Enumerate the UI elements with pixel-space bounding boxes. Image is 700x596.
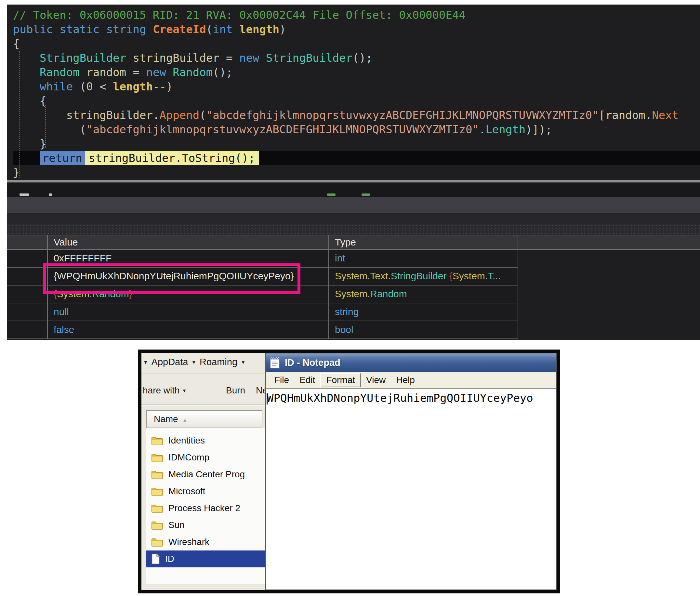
text-segment: bool xyxy=(335,324,353,335)
chevron-down-icon: ▾ xyxy=(242,358,245,366)
clipped-text-fragment xyxy=(361,194,370,196)
locals-name-cell xyxy=(7,250,47,267)
clipped-text-fragment xyxy=(20,194,29,196)
list-item[interactable]: Wireshark xyxy=(146,533,265,550)
code-token: Next xyxy=(652,108,678,122)
menu-item-file[interactable]: File xyxy=(269,374,294,387)
toolbar-button[interactable]: hare with▾ xyxy=(143,385,186,396)
notepad-text-area[interactable]: WPQHmUkXhDNonpYUtejRuhiemPgQOIIUYceyPeyo xyxy=(266,389,556,590)
code-token: ( xyxy=(206,23,212,36)
list-item-label: ID xyxy=(165,554,174,564)
indent-guide xyxy=(45,105,46,148)
explorer-window: ▾AppData▾Roaming▾ hare with▾BurnNe Name▴… xyxy=(142,353,265,590)
code-token: < xyxy=(93,80,113,93)
list-item[interactable]: Process Hacker 2 xyxy=(146,500,265,517)
code-token xyxy=(146,23,152,36)
texture-band xyxy=(7,224,700,235)
code-token: public xyxy=(13,23,53,36)
code-token: )]); xyxy=(525,123,552,136)
toolbar-band xyxy=(7,197,700,213)
code-token: = xyxy=(126,66,146,79)
text-segment: System. xyxy=(335,289,370,299)
locals-row[interactable]: falsebool xyxy=(7,321,518,339)
file-icon xyxy=(151,553,160,565)
panel-divider[interactable] xyxy=(7,180,700,182)
code-line: public static string CreateId(int length… xyxy=(13,22,700,36)
decompiler-panel: // Token: 0x06000015 RID: 21 RVA: 0x0000… xyxy=(7,4,700,340)
list-item[interactable]: IDMComp xyxy=(146,449,265,466)
header-filler xyxy=(518,235,700,249)
code-token: length xyxy=(113,80,153,93)
code-token xyxy=(13,108,66,122)
code-token xyxy=(99,23,106,36)
code-token: int xyxy=(212,23,232,36)
list-item[interactable]: Identities xyxy=(146,432,265,449)
code-token: new xyxy=(239,51,259,65)
column-header-type[interactable]: Type xyxy=(328,235,518,249)
code-token: { xyxy=(13,94,46,107)
code-line: { xyxy=(13,36,700,51)
toolbar-button-label: Burn xyxy=(226,385,245,396)
code-token: ) xyxy=(279,23,286,36)
window-title: ID - Notepad xyxy=(285,357,341,368)
notepad-titlebar[interactable]: ID - Notepad xyxy=(266,353,556,372)
clipped-text-fragment xyxy=(327,194,335,196)
code-token: random xyxy=(80,66,126,79)
list-item[interactable]: Sun xyxy=(146,517,265,533)
code-token: 0 xyxy=(86,80,93,93)
chevron-down-icon: ▾ xyxy=(144,358,147,366)
code-token: { xyxy=(13,37,20,50)
code-token: (); xyxy=(212,66,232,79)
code-token: [ xyxy=(599,108,605,122)
code-token: ( xyxy=(73,80,86,93)
column-header-name[interactable]: Name▴ xyxy=(146,410,262,428)
breadcrumb: ▾AppData▾Roaming▾ xyxy=(144,357,245,367)
toolbar-button[interactable]: Burn xyxy=(226,385,245,396)
code-token xyxy=(53,23,59,36)
code-line: } xyxy=(13,165,700,179)
menu-item-format[interactable]: Format xyxy=(320,373,361,387)
code-token: ( xyxy=(13,123,86,136)
code-editor[interactable]: // Token: 0x06000015 RID: 21 RVA: 0x0000… xyxy=(7,4,700,180)
indent-guide xyxy=(19,51,20,178)
code-token xyxy=(13,151,40,165)
code-token: // Token: 0x06000015 RID: 21 RVA: 0x0000… xyxy=(13,8,466,22)
code-token xyxy=(233,23,239,36)
folder-icon xyxy=(151,521,163,530)
code-token xyxy=(166,66,173,79)
menu-item-edit[interactable]: Edit xyxy=(294,374,320,387)
list-item[interactable]: Microsoft xyxy=(146,483,265,500)
menu-item-view[interactable]: View xyxy=(361,374,391,387)
list-item-label: Sun xyxy=(169,520,185,530)
breadcrumb-item[interactable]: Roaming xyxy=(200,357,238,367)
separator-line xyxy=(142,404,265,406)
text-segment: int xyxy=(335,253,345,264)
code-line: while (0 < length--) xyxy=(13,79,700,94)
code-token: StringBuilder xyxy=(266,51,352,65)
locals-name-cell xyxy=(7,303,47,321)
locals-name-cell xyxy=(7,285,47,303)
text-segment: string xyxy=(335,306,359,317)
locals-type-cell: bool xyxy=(328,321,518,339)
code-line: returnstringBuilder.ToString(); xyxy=(13,151,700,165)
text-segment: .T... xyxy=(485,271,501,281)
notepad-icon xyxy=(269,356,281,369)
locals-type-cell: int xyxy=(328,250,518,267)
list-item[interactable]: Media Center Prog xyxy=(146,466,265,483)
column-header-name-clipped xyxy=(7,235,47,249)
code-line: ("abcdefghijklmnopqrstuvwxyzABCDEFGHIJKL… xyxy=(13,122,700,136)
code-token: = xyxy=(220,51,239,65)
code-line: Random random = new Random(); xyxy=(13,65,700,79)
locals-row[interactable]: nullstring xyxy=(7,303,518,321)
code-line: StringBuilder stringBuilder = new String… xyxy=(13,51,700,65)
code-token: stringBuilder.ToString(); xyxy=(85,151,259,165)
folder-icon xyxy=(151,538,163,547)
breadcrumb-item[interactable]: AppData xyxy=(151,357,188,367)
code-token: Random xyxy=(173,66,212,79)
column-header-value[interactable]: Value xyxy=(47,235,328,249)
menu-item-help[interactable]: Help xyxy=(391,374,420,387)
code-token: static xyxy=(59,23,99,36)
code-token: "abcdefghijklmnopqrstuvwxyzABCDEFGHIJKLM… xyxy=(206,108,599,122)
list-item[interactable]: ID xyxy=(146,550,265,567)
text-segment: { xyxy=(449,271,453,281)
